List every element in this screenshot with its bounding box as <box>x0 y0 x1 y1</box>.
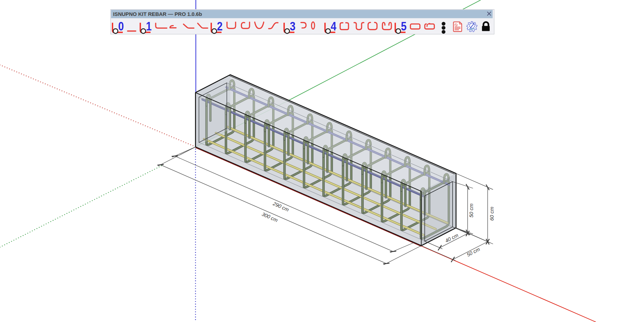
svg-text:4: 4 <box>330 19 336 33</box>
svg-text:ISNUPNO KIT REBAR — PRO 1.0.6b: ISNUPNO KIT REBAR — PRO 1.0.6b <box>113 11 202 17</box>
svg-text:5: 5 <box>401 19 407 33</box>
svg-text:1: 1 <box>146 19 151 33</box>
svg-text:60 cm: 60 cm <box>489 207 495 221</box>
svg-text:0: 0 <box>118 19 124 33</box>
svg-text:3: 3 <box>290 19 295 33</box>
svg-text:2: 2 <box>217 19 223 33</box>
svg-text:50 cm: 50 cm <box>468 203 474 218</box>
